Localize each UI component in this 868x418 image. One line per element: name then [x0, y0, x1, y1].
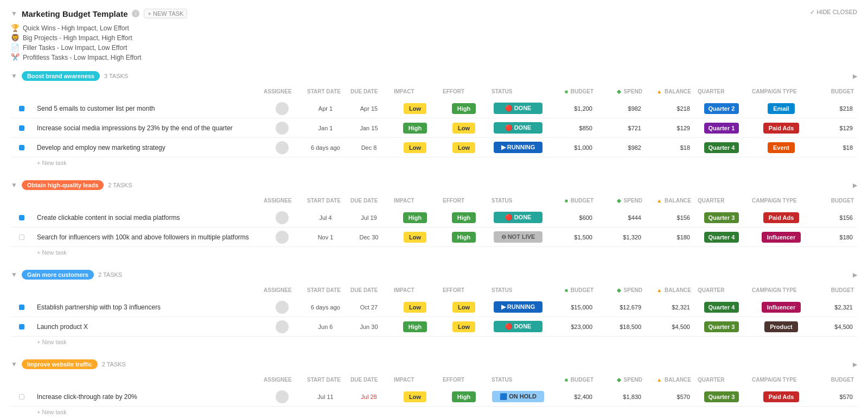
task-checkbox[interactable]: [19, 125, 24, 131]
impact-cell[interactable]: Low: [391, 140, 439, 155]
status-cell[interactable]: 🔴 DONE: [488, 100, 548, 116]
task-checkbox[interactable]: [19, 145, 24, 150]
effort-cell[interactable]: Low: [439, 140, 488, 155]
section-toggle-gain-customers[interactable]: ▼: [11, 271, 17, 278]
campaign-cell[interactable]: Event: [749, 140, 814, 155]
section-toggle-improve-traffic[interactable]: ▼: [11, 360, 17, 368]
quarter-cell[interactable]: Quarter 2: [694, 101, 749, 116]
status-cell[interactable]: 🔴 DONE: [488, 120, 548, 136]
collapse-icon[interactable]: ▼: [11, 10, 17, 17]
assignee-cell[interactable]: [260, 229, 304, 246]
th-check: [11, 86, 33, 97]
balance-cell: $218: [646, 103, 694, 114]
status-cell[interactable]: ▶ RUNNING: [488, 299, 548, 315]
hide-closed-button[interactable]: ✓ HIDE CLOSED: [810, 9, 857, 16]
spend-cell: $18,500: [597, 321, 646, 332]
legend-profitless: ✂️ Profitless Tasks - Low Impact, High E…: [11, 53, 857, 61]
section-toggle-obtain-leads[interactable]: ▼: [11, 181, 17, 189]
effort-cell[interactable]: High: [439, 210, 488, 225]
section-add-improve-traffic[interactable]: ▶: [853, 361, 857, 368]
impact-cell[interactable]: Low: [391, 101, 439, 116]
assignee-cell[interactable]: [260, 119, 304, 137]
impact-cell[interactable]: Low: [391, 230, 439, 245]
due-date-cell: Oct 27: [347, 302, 391, 313]
th-status: STATUS: [488, 375, 548, 385]
assignee-cell[interactable]: [260, 139, 304, 156]
campaign-cell[interactable]: Influencer: [749, 300, 814, 315]
effort-pill: Low: [452, 302, 475, 313]
quarter-cell[interactable]: Quarter 1: [694, 121, 749, 136]
th-quarter: QUARTER: [694, 285, 749, 295]
impact-cell[interactable]: High: [391, 121, 439, 136]
budget2-cell: $18: [814, 142, 857, 153]
new-task-row[interactable]: + New task: [11, 157, 857, 168]
impact-cell[interactable]: High: [391, 319, 439, 334]
th-campaign: CAMPAIGN TYPE: [749, 285, 814, 295]
effort-cell[interactable]: High: [439, 230, 488, 245]
effort-cell[interactable]: High: [439, 389, 488, 404]
quarter-cell[interactable]: Quarter 4: [694, 300, 749, 315]
campaign-cell[interactable]: Paid Ads: [749, 210, 814, 225]
section-add-obtain-leads[interactable]: ▶: [853, 182, 857, 189]
section-add-boost-brand[interactable]: ▶: [853, 73, 857, 80]
impact-cell[interactable]: Low: [391, 300, 439, 315]
campaign-cell[interactable]: Product: [749, 319, 814, 334]
status-pill: 🔴 DONE: [494, 103, 542, 114]
effort-cell[interactable]: Low: [439, 300, 488, 315]
campaign-cell[interactable]: Paid Ads: [749, 389, 814, 404]
impact-cell[interactable]: High: [391, 210, 439, 225]
section-header-boost-brand: ▼ Boost brand awareness 3 TASKS ▶: [11, 69, 857, 83]
quarter-cell[interactable]: Quarter 4: [694, 140, 749, 155]
section-toggle-boost-brand[interactable]: ▼: [11, 72, 17, 80]
quarter-cell[interactable]: Quarter 3: [694, 210, 749, 225]
assignee-cell[interactable]: [260, 100, 304, 117]
campaign-cell[interactable]: Email: [749, 101, 814, 116]
effort-cell[interactable]: Low: [439, 319, 488, 334]
section-badge-improve-traffic[interactable]: Improve website traffic: [22, 359, 98, 369]
status-pill: 🔴 DONE: [494, 321, 542, 332]
section-badge-boost-brand[interactable]: Boost brand awareness: [22, 71, 100, 81]
section-badge-obtain-leads[interactable]: Obtain high-quality leads: [22, 180, 104, 190]
status-cell[interactable]: 🔴 DONE: [488, 319, 548, 334]
status-cell[interactable]: 🟦 ON HOLD: [488, 389, 548, 404]
assignee-cell[interactable]: [260, 388, 304, 406]
th-name: [33, 285, 260, 295]
th-quarter: QUARTER: [694, 375, 749, 385]
task-checkbox[interactable]: [19, 235, 24, 240]
new-task-button[interactable]: + NEW TASK: [144, 9, 187, 18]
assignee-cell[interactable]: [260, 299, 304, 316]
new-task-row[interactable]: + New task: [11, 337, 857, 347]
new-task-row[interactable]: + New task: [11, 407, 857, 417]
section-gain-customers: ▼ Gain more customers 2 TASKS ▶ ASSIGNEE…: [11, 268, 857, 347]
avatar: [276, 102, 289, 115]
avatar: [276, 122, 289, 135]
status-cell[interactable]: ⊖ NOT LIVE: [488, 229, 548, 245]
status-cell[interactable]: ▶ RUNNING: [488, 140, 548, 155]
table-row: Establish partnership with top 3 influen…: [11, 297, 857, 317]
effort-pill: Low: [452, 142, 475, 153]
quarter-cell[interactable]: Quarter 3: [694, 389, 749, 404]
status-cell[interactable]: 🔴 DONE: [488, 210, 548, 225]
quarter-cell[interactable]: Quarter 3: [694, 319, 749, 334]
section-header-gain-customers: ▼ Gain more customers 2 TASKS ▶: [11, 268, 857, 282]
task-checkbox[interactable]: [19, 324, 24, 330]
section-badge-gain-customers[interactable]: Gain more customers: [22, 270, 94, 280]
section-add-gain-customers[interactable]: ▶: [853, 271, 857, 278]
effort-cell[interactable]: High: [439, 101, 488, 116]
impact-cell[interactable]: Low: [391, 389, 439, 404]
campaign-cell[interactable]: Paid Ads: [749, 121, 814, 136]
task-checkbox[interactable]: [19, 106, 24, 111]
effort-cell[interactable]: Low: [439, 121, 488, 136]
new-task-row[interactable]: + New task: [11, 247, 857, 258]
task-checkbox[interactable]: [19, 305, 24, 310]
campaign-cell[interactable]: Influencer: [749, 230, 814, 245]
task-checkbox[interactable]: [19, 394, 24, 400]
spend-cell: $982: [597, 142, 646, 153]
task-checkbox[interactable]: [19, 215, 24, 220]
checkbox-cell: [11, 215, 33, 220]
table-header-gain-customers: ASSIGNEE START DATE DUE DATE IMPACT EFFO…: [11, 285, 857, 297]
quarter-cell[interactable]: Quarter 4: [694, 230, 749, 245]
info-icon[interactable]: i: [132, 10, 139, 17]
assignee-cell[interactable]: [260, 209, 304, 226]
assignee-cell[interactable]: [260, 318, 304, 335]
